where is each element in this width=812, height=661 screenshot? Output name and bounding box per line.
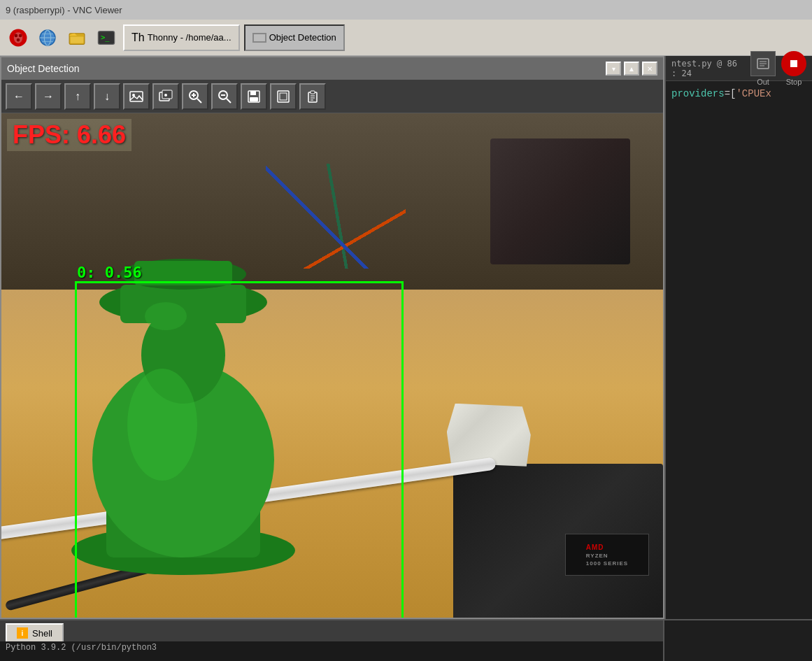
svg-point-1 <box>14 32 22 43</box>
svg-point-18 <box>164 94 167 97</box>
svg-point-4 <box>17 38 20 41</box>
svg-rect-30 <box>280 93 287 100</box>
laptop-prop: AMDRYZEN1000 SERIES <box>453 464 663 618</box>
zoom-in-button[interactable] <box>182 83 208 110</box>
terminal-icon[interactable]: >_ <box>94 25 119 50</box>
svg-text:>_: >_ <box>101 34 110 42</box>
gallery-button[interactable] <box>152 83 179 110</box>
shell-tab-area: i Shell Python 3.9.2 (/usr/bin/python3 <box>0 620 664 661</box>
main-area: Object Detection ▾ ▲ ✕ ← → ↑ ↓ <box>0 56 812 619</box>
svg-line-24 <box>227 99 231 103</box>
zoom-out-button[interactable] <box>211 83 238 110</box>
svg-point-2 <box>15 34 18 37</box>
thonny-button[interactable]: Th Thonny - /home/aa... <box>123 24 240 51</box>
editor-panel: ntest.py @ 86 : 24 Out <box>664 56 812 619</box>
svg-rect-27 <box>250 91 256 95</box>
fps-display: FPS: 6.66 <box>7 119 131 151</box>
green-object <box>64 194 302 585</box>
shell-text: Python 3.9.2 (/usr/bin/python3 <box>6 643 157 653</box>
crumpled-paper <box>447 404 531 467</box>
file-info: ntest.py @ 86 : 24 <box>671 59 745 78</box>
bottom-area: i Shell Python 3.9.2 (/usr/bin/python3 <box>0 619 812 661</box>
svg-rect-11 <box>71 36 84 43</box>
shell-tab-icon: i <box>17 627 28 639</box>
electronics-background <box>490 138 630 264</box>
code-line-1: providers=['CPUEx <box>671 87 806 101</box>
window-maximize-btn[interactable]: ▲ <box>624 62 639 76</box>
svg-rect-50 <box>790 60 797 67</box>
window-controls: ▾ ▲ ✕ <box>606 62 657 76</box>
forward-button[interactable]: → <box>35 83 62 110</box>
svg-point-3 <box>19 34 22 37</box>
shell-tabs: i Shell <box>0 620 663 641</box>
camera-view: AMDRYZEN1000 SERIES <box>1 113 663 618</box>
down-button[interactable]: ↓ <box>94 83 120 110</box>
save-button[interactable] <box>241 83 267 110</box>
editor-content: providers=['CPUEx <box>666 81 812 619</box>
shell-tab[interactable]: i Shell <box>6 623 64 641</box>
window-menu-btn[interactable]: ▾ <box>606 62 621 76</box>
svg-rect-28 <box>250 97 258 101</box>
svg-rect-17 <box>162 90 172 99</box>
shell-content: Python 3.9.2 (/usr/bin/python3 <box>0 641 663 661</box>
files-icon[interactable] <box>64 25 90 50</box>
thonny-icon: Th <box>131 31 145 44</box>
window-title: Object Detection <box>7 63 80 74</box>
editor-bottom <box>664 620 812 661</box>
back-button[interactable]: ← <box>6 83 32 110</box>
window-toolbar: ← → ↑ ↓ <box>1 80 663 113</box>
camera-background: AMDRYZEN1000 SERIES <box>1 113 663 618</box>
svg-line-20 <box>197 99 201 103</box>
detection-window: Object Detection ▾ ▲ ✕ ← → ↑ ↓ <box>0 56 664 619</box>
raspberry-pi-icon[interactable] <box>6 25 31 50</box>
window-close-btn[interactable]: ✕ <box>642 62 657 76</box>
svg-rect-29 <box>278 91 289 102</box>
out-button[interactable] <box>750 51 776 76</box>
up-button[interactable]: ↑ <box>64 83 91 110</box>
stop-button[interactable] <box>781 51 806 76</box>
vnc-title: 9 (raspberrypi) - VNC Viewer <box>6 5 122 15</box>
image-button[interactable] <box>123 83 150 110</box>
browser-icon[interactable] <box>35 25 60 50</box>
detection-taskbar-button[interactable]: Object Detection <box>244 24 345 51</box>
svg-rect-32 <box>311 91 315 94</box>
shell-tab-label: Shell <box>32 628 52 639</box>
window-mode-button[interactable] <box>270 83 297 110</box>
vnc-titlebar: 9 (raspberrypi) - VNC Viewer <box>0 0 812 20</box>
svg-point-45 <box>145 302 187 330</box>
detection-icon <box>252 33 266 43</box>
taskbar: >_ Th Thonny - /home/aa... Object Detect… <box>0 20 812 56</box>
clipboard-button[interactable] <box>299 83 326 110</box>
svg-point-44 <box>127 369 197 481</box>
window-titlebar: Object Detection ▾ ▲ ✕ <box>1 57 663 80</box>
thonny-label: Thonny - /home/aa... <box>148 32 232 43</box>
editor-toolbar: ntest.py @ 86 : 24 Out <box>666 56 812 81</box>
svg-rect-14 <box>130 92 143 101</box>
amd-logo: AMDRYZEN1000 SERIES <box>565 534 649 576</box>
detection-taskbar-label: Object Detection <box>269 32 336 43</box>
svg-rect-43 <box>134 261 232 285</box>
